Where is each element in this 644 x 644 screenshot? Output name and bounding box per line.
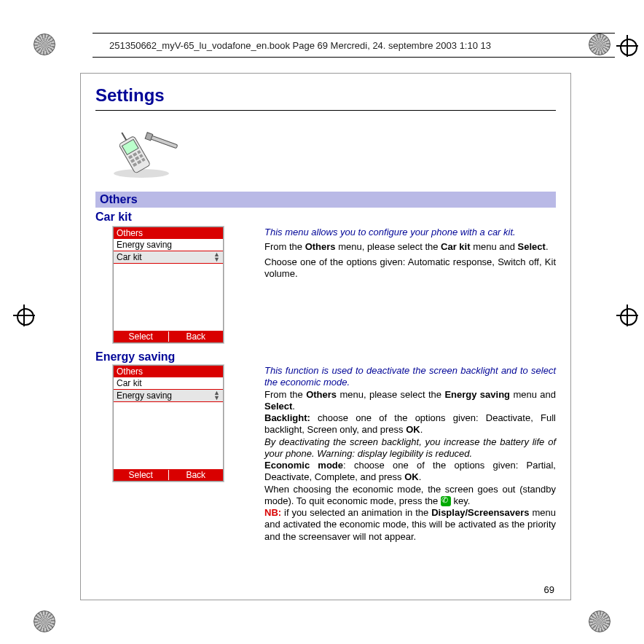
printer-mark-icon	[589, 610, 610, 632]
scroll-arrows-icon: ▲▼	[213, 252, 220, 262]
softkey-back: Back	[169, 470, 224, 480]
menu-item-selected: Car kit▲▼	[114, 251, 223, 264]
subsection-title-energy: Energy saving	[95, 350, 556, 364]
svg-line-12	[122, 133, 126, 140]
menu-item-selected: Energy saving▲▼	[114, 390, 223, 402]
header-rule	[93, 33, 615, 34]
phone-screen-title: Others	[114, 227, 223, 239]
phone-screen-title: Others	[114, 366, 223, 377]
softkey-select: Select	[114, 470, 168, 480]
crop-mark-icon	[616, 35, 638, 57]
phone-screen-carkit: Others Energy saving Car kit▲▼ Select Ba…	[113, 227, 224, 343]
svg-rect-13	[149, 135, 178, 148]
softkey-bar: Select Back	[114, 469, 223, 481]
softkey-bar: Select Back	[114, 331, 223, 342]
print-header-text: 251350662_myV-65_lu_vodafone_en.book Pag…	[109, 40, 491, 51]
scroll-arrows-icon: ▲▼	[213, 390, 220, 401]
softkey-back: Back	[169, 331, 224, 342]
header-rule	[93, 57, 615, 58]
crop-mark-icon	[13, 305, 35, 326]
phone-screen-energy: Others Car kit Energy saving▲▼ Select Ba…	[113, 365, 224, 482]
phone-tools-illustration	[101, 124, 189, 182]
section-header: Others	[95, 192, 556, 208]
printer-mark-icon	[34, 34, 55, 55]
call-key-icon	[441, 496, 451, 506]
energy-description: This function is used to deactivate the …	[259, 365, 556, 543]
page-content: Settings Others Car kit Others Energy sa…	[80, 73, 571, 600]
page-number: 69	[544, 584, 554, 595]
menu-item: Energy saving	[114, 239, 223, 251]
softkey-select: Select	[114, 331, 168, 342]
crop-mark-icon	[616, 305, 638, 326]
menu-item: Car kit	[114, 377, 223, 390]
carkit-description: This menu allows you to configure your p…	[259, 227, 556, 280]
title-underline	[95, 110, 556, 111]
subsection-title-carkit: Car kit	[95, 211, 556, 224]
page-title: Settings	[95, 85, 556, 106]
printer-mark-icon	[34, 610, 55, 632]
printer-mark-icon	[589, 34, 610, 55]
